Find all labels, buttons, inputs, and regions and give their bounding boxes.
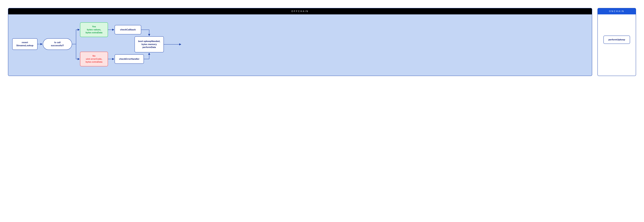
flow-diagram: OFFCHAIN revert StreamsLookup Is call su…	[8, 8, 636, 76]
onchain-panel: ONCHAIN performUpkeep	[598, 8, 636, 76]
arrow-iscall-to-yes	[72, 30, 80, 44]
onchain-header: ONCHAIN	[598, 8, 636, 14]
node-yes-branch: Yesbytes values,bytes extraData	[80, 22, 108, 37]
node-upkeep-result: bool upkeepNeeded,bytes memoryperformDat…	[134, 36, 164, 52]
offchain-body: revert StreamsLookup Is call successful?…	[8, 14, 592, 76]
offchain-panel: OFFCHAIN revert StreamsLookup Is call su…	[8, 8, 592, 76]
node-perform-upkeep: performUpkeep	[604, 36, 630, 44]
arrow-checkcallback-to-result	[141, 30, 149, 36]
node-check-callback: checkCallback	[114, 25, 141, 34]
node-no-branch: Nouint errorCode,bytes extraData	[80, 52, 108, 66]
onchain-body: performUpkeep	[598, 14, 636, 76]
node-revert-streamslookup: revert StreamsLookup	[12, 38, 38, 50]
arrow-iscall-to-no	[76, 44, 80, 59]
node-check-error-handler: checkErrorHandler	[114, 54, 144, 64]
node-is-call-successful: Is call successful?	[43, 38, 72, 50]
offchain-header: OFFCHAIN	[8, 8, 592, 14]
arrow-checkerrorhandler-to-result	[144, 53, 149, 59]
